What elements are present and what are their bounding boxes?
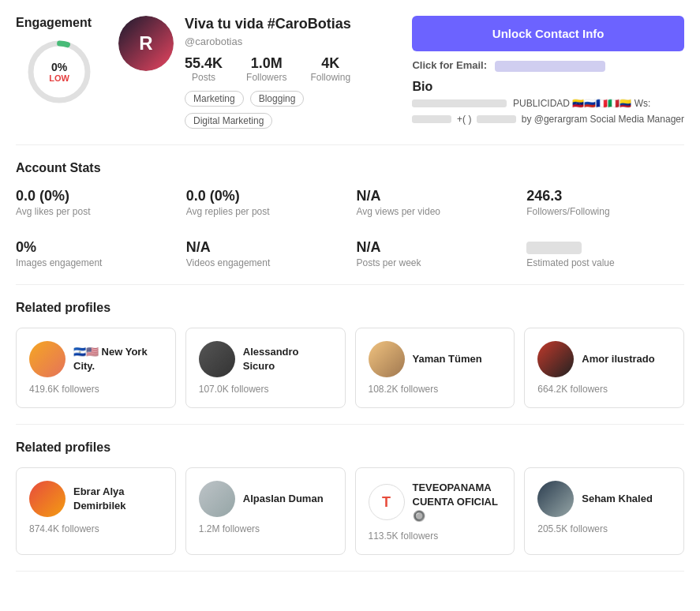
card-followers-ale: 107.0K followers	[199, 384, 269, 395]
unlock-contact-button[interactable]: Unlock Contact Info	[412, 16, 684, 51]
card-followers-amor: 664.2K followers	[537, 384, 608, 395]
profile-name: Viva tu vida #CaroBotias	[185, 16, 396, 32]
gauge-percent: 0%	[49, 61, 69, 73]
stat-posts-value: 55.4K	[185, 55, 223, 72]
card-top-yaman: Yaman Tümen	[369, 341, 482, 377]
card-name-amor: Amor ilustrado	[582, 352, 654, 366]
card-followers-seham: 205.5K followers	[537, 523, 608, 534]
stat-avg-replies-label: Avg replies per post	[186, 206, 344, 217]
stat-avg-views-value: N/A	[357, 188, 515, 204]
tag-digital-marketing: Digital Marketing	[185, 113, 272, 129]
card-followers-ebrar: 874.4K followers	[29, 523, 99, 534]
stat-followers-value: 1.0M	[246, 55, 286, 72]
card-avatar-seham	[537, 481, 574, 517]
gauge-label: 0% LOW	[49, 61, 69, 83]
stat-posts: 55.4K Posts	[185, 55, 223, 83]
profile-card-teveo[interactable]: T TEVEOPANAMA CUENTA OFICIAL 🔘 113.5K fo…	[355, 467, 515, 555]
stat-epv-label: Estimated post value	[526, 257, 684, 268]
stat-videos-value: N/A	[186, 239, 344, 256]
card-avatar-ebrar	[29, 481, 66, 517]
stat-following-value: 4K	[310, 55, 350, 72]
stat-estimated-post-value: Estimated post value	[526, 239, 684, 268]
tag-marketing: Marketing	[185, 91, 244, 107]
avatar-inner: R	[118, 16, 174, 71]
card-name-seham: Seham Khaled	[582, 492, 653, 506]
card-top-nyc: 🇸🇻🇺🇸 New York City.	[29, 341, 163, 377]
card-name-alpaslan: Alpaslan Duman	[243, 492, 324, 506]
profiles-grid-1: 🇸🇻🇺🇸 New York City. 419.6K followers Ale…	[16, 328, 684, 408]
bio-text: +( ) by @gerargram Social Media Manager	[412, 112, 684, 126]
account-stats-title: Account Stats	[16, 161, 684, 175]
stat-followers-label: Followers	[246, 72, 286, 83]
email-blur	[495, 61, 605, 72]
stat-avg-views: N/A Avg views per video	[357, 188, 515, 217]
profile-info: R Viva tu vida #CaroBotias @carobotias 5…	[118, 16, 396, 129]
stat-images-label: Images engagement	[16, 257, 174, 268]
card-followers-yaman: 108.2K followers	[369, 384, 439, 395]
stat-ppw-value: N/A	[357, 239, 515, 256]
stat-avg-replies: 0.0 (0%) Avg replies per post	[186, 188, 344, 217]
bio-label: Bio	[412, 80, 684, 94]
card-avatar-ale	[199, 341, 235, 377]
card-top-ale: Alessandro Sicuro	[199, 341, 332, 377]
tags-row: Marketing Blogging Digital Marketing	[185, 91, 396, 129]
card-followers-teveo: 113.5K followers	[369, 530, 439, 542]
related-profiles-title-2: Related profiles	[16, 440, 684, 455]
bio-publicidad: PUBLICIDAD 🇻🇪🇷🇺🇫🇷🇮🇹🇨🇴 Ws:	[513, 98, 650, 109]
engagement-title: Engagement	[16, 16, 103, 30]
card-avatar-alpaslan	[199, 481, 235, 517]
stat-posts-per-week: N/A Posts per week	[357, 239, 515, 268]
card-top-teveo: T TEVEOPANAMA CUENTA OFICIAL 🔘	[369, 481, 502, 524]
stat-followers-following: 246.3 Followers/Following	[526, 188, 684, 217]
stat-avg-views-label: Avg views per video	[357, 206, 515, 217]
stat-ppw-label: Posts per week	[357, 257, 515, 268]
card-avatar-teveo: T	[369, 484, 405, 520]
card-name-yaman: Yaman Tümen	[413, 352, 482, 366]
card-top-ebrar: Ebrar Alya Demirbilek	[29, 481, 163, 517]
stat-videos-engagement: N/A Videos engagement	[186, 239, 344, 268]
stat-images-engagement: 0% Images engagement	[16, 239, 174, 268]
card-name-teveo: TEVEOPANAMA CUENTA OFICIAL 🔘	[413, 481, 502, 524]
gauge-level: LOW	[49, 73, 69, 83]
card-top-seham: Seham Khaled	[537, 481, 653, 517]
card-avatar-amor	[537, 341, 574, 377]
account-stats-section: Account Stats 0.0 (0%) Avg likes per pos…	[16, 145, 684, 285]
stat-videos-label: Videos engagement	[186, 257, 344, 268]
profile-card-seham[interactable]: Seham Khaled 205.5K followers	[524, 467, 684, 555]
stat-posts-label: Posts	[185, 72, 223, 83]
card-avatar-yaman	[369, 341, 405, 377]
profile-main: R Viva tu vida #CaroBotias @carobotias 5…	[118, 16, 684, 129]
stat-images-value: 0%	[16, 239, 174, 256]
card-top-alpaslan: Alpaslan Duman	[199, 481, 324, 517]
card-name-nyc: 🇸🇻🇺🇸 New York City.	[73, 345, 163, 373]
stat-followers: 1.0M Followers	[246, 55, 286, 83]
estimated-value-blur	[526, 242, 582, 254]
related-profiles-title-1: Related profiles	[16, 301, 684, 315]
contact-box: Unlock Contact Info Click for Email: Bio…	[412, 16, 684, 129]
gauge-container: 0% LOW	[24, 36, 95, 107]
avatar: R	[118, 16, 174, 71]
profile-card-ebrar[interactable]: Ebrar Alya Demirbilek 874.4K followers	[16, 467, 176, 555]
related-profiles-section-2: Related profiles Ebrar Alya Demirbilek 8…	[16, 425, 684, 572]
profile-handle: @carobotias	[185, 36, 396, 47]
profile-details: Viva tu vida #CaroBotias @carobotias 55.…	[185, 16, 396, 129]
stat-avg-likes: 0.0 (0%) Avg likes per post	[16, 188, 174, 217]
related-profiles-section-1: Related profiles 🇸🇻🇺🇸 New York City. 419…	[16, 285, 684, 425]
bio-blur-phone2	[477, 115, 516, 123]
stat-avg-replies-value: 0.0 (0%)	[186, 188, 344, 204]
profile-card-alpaslan[interactable]: Alpaslan Duman 1.2M followers	[185, 467, 346, 555]
stat-avg-likes-value: 0.0 (0%)	[16, 188, 174, 204]
email-label: Click for Email:	[412, 59, 487, 71]
bio-section: Bio PUBLICIDAD 🇻🇪🇷🇺🇫🇷🇮🇹🇨🇴 Ws: +( ) by @g…	[412, 80, 684, 126]
stat-following-label: Following	[310, 72, 350, 83]
profile-card-yaman[interactable]: Yaman Tümen 108.2K followers	[355, 328, 515, 408]
profile-card-nyc[interactable]: 🇸🇻🇺🇸 New York City. 419.6K followers	[16, 328, 176, 408]
stat-epv-value	[526, 239, 684, 256]
bio-blur-1	[412, 99, 507, 107]
card-name-ale: Alessandro Sicuro	[243, 345, 332, 373]
card-followers-nyc: 419.6K followers	[29, 384, 99, 395]
profiles-grid-2: Ebrar Alya Demirbilek 874.4K followers A…	[16, 467, 684, 555]
stats-grid: 0.0 (0%) Avg likes per post 0.0 (0%) Avg…	[16, 188, 684, 268]
profile-card-amor[interactable]: Amor ilustrado 664.2K followers	[524, 328, 684, 408]
profile-card-ale[interactable]: Alessandro Sicuro 107.0K followers	[185, 328, 346, 408]
